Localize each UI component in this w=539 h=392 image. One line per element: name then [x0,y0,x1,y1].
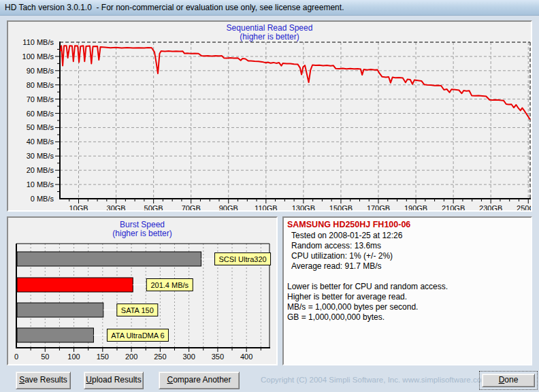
bar-ata-ultradma-6 [17,328,93,342]
drive-note-line: Lower is better for CPU and random acces… [287,282,531,292]
x-tick-label: 100 [67,353,80,361]
y-tick-label: 10 MB/s [27,180,54,189]
drive-note-line: GB = 1,000,000,000 bytes. [287,312,531,323]
drive-name: SAMSUNG HD250HJ FH100-06 [287,220,531,229]
burst-speed-panel: Burst Speed (higher is better) SCSI Ultr… [7,216,278,365]
burst-speed-chart: SCSI Ultra320201.4 MB/sSATA 150ATA Ultra… [8,218,276,364]
x-tick-label: 50GB [144,204,163,210]
x-tick-label: 10GB [69,204,88,210]
done-button[interactable]: Done [482,374,535,387]
x-tick-label: 30GB [107,204,126,210]
y-tick-label: 40 MB/s [27,137,54,146]
x-tick-label: 250GB [517,204,531,210]
x-tick-label: 90GB [219,204,238,210]
y-tick-label: 30 MB/s [27,152,54,160]
x-tick-label: 250 [154,353,166,361]
bar-label: 201.4 MB/s [150,281,189,289]
y-tick-label: 110 MB/s [22,38,54,46]
bar-sata-150 [17,303,103,317]
compare-another-drive-button[interactable]: Compare Another Drive [159,372,240,389]
window-titlebar[interactable]: HD Tach version 3.0.1.0 - For non-commer… [0,0,539,16]
y-tick-label: 80 MB/s [27,81,54,89]
x-tick-label: 0 [14,353,18,361]
x-tick-label: 150 [97,353,109,361]
bar-scsi-ultra320 [17,252,201,266]
drive-notes: Lower is better for CPU and random acces… [287,282,531,323]
drive-info-panel: SAMSUNG HD250HJ FH100-06 Tested on 2008-… [282,216,532,365]
sequential-read-panel: Sequential Read Speed (higher is better)… [7,20,532,212]
x-tick-label: 190GB [404,204,427,210]
bar-label: ATA UltraDMA 6 [111,331,164,340]
drive-note-line: Higher is better for average read. [287,292,531,302]
x-tick-label: 110GB [255,204,277,210]
x-tick-label: 200 [125,353,137,361]
x-tick-label: 400 [240,353,252,361]
window-title: HD Tach version 3.0.1.0 - For non-commer… [5,0,344,15]
drive-details: Tested on 2008-01-25 at 12:26Random acce… [291,231,531,272]
done-button-focus-ring: Done [479,371,538,390]
x-tick-label: 150GB [329,204,353,210]
y-tick-label: 90 MB/s [27,67,54,75]
copyright-text: Copyright (C) 2004 Simpli Software, Inc.… [261,376,478,384]
x-tick-label: 230GB [479,204,502,210]
y-tick-label: 50 MB/s [27,123,54,131]
x-tick-label: 210GB [442,204,465,210]
save-results-button[interactable]: Save Results [16,372,71,389]
y-tick-label: 100 MB/s [22,52,54,61]
y-tick-label: 20 MB/s [27,166,54,174]
y-tick-label: 0 MB/s [31,195,54,203]
upload-results-button[interactable]: Upload Results [84,372,144,389]
sequential-read-chart: 0 MB/s10 MB/s20 MB/s30 MB/s40 MB/s50 MB/… [8,22,531,210]
y-tick-label: 60 MB/s [27,110,54,118]
y-tick-label: 70 MB/s [27,95,54,103]
x-tick-label: 50 [41,353,49,361]
bar-label: SATA 150 [121,306,154,314]
drive-detail-line: Random access: 13.6ms [291,241,531,251]
drive-detail-line: Tested on 2008-01-25 at 12:26 [291,231,531,241]
bar-tested-drive [17,278,133,292]
x-tick-label: 70GB [182,204,201,210]
drive-note-line: MB/s = 1,000,000 bytes per second. [287,302,531,312]
x-tick-label: 170GB [367,204,390,210]
bar-label: SCSI Ultra320 [218,255,266,263]
x-tick-label: 350 [212,353,224,361]
drive-detail-line: Average read: 91.7 MB/s [291,261,531,272]
x-tick-label: 130GB [292,204,315,210]
drive-detail-line: CPU utilization: 1% (+/- 2%) [291,251,531,261]
x-tick-label: 300 [182,353,195,361]
